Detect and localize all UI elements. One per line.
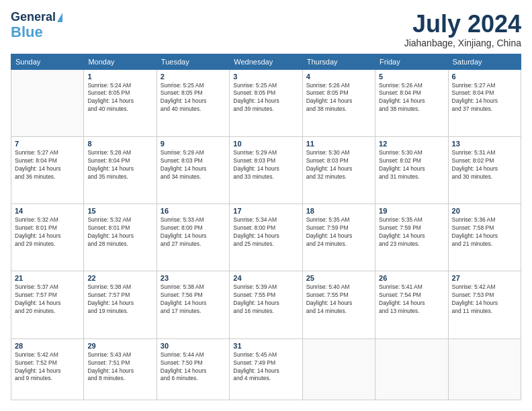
weekday-header-wednesday: Wednesday (230, 54, 302, 69)
week-row-1: 1Sunrise: 5:24 AMSunset: 8:05 PMDaylight… (11, 69, 521, 136)
weekday-header-saturday: Saturday (448, 54, 521, 69)
calendar-cell: 26Sunrise: 5:41 AMSunset: 7:54 PMDayligh… (375, 271, 448, 338)
weekday-header-friday: Friday (375, 54, 448, 69)
day-info: Sunrise: 5:29 AMSunset: 8:03 PMDaylight:… (233, 149, 298, 181)
calendar-page: General Blue July 2024 Jiahanbage, Xinji… (0, 0, 532, 411)
day-info: Sunrise: 5:31 AMSunset: 8:02 PMDaylight:… (452, 149, 517, 181)
day-info: Sunrise: 5:35 AMSunset: 7:59 PMDaylight:… (306, 216, 371, 248)
day-number: 5 (379, 73, 444, 81)
day-info: Sunrise: 5:37 AMSunset: 7:57 PMDaylight:… (15, 283, 80, 316)
day-info: Sunrise: 5:27 AMSunset: 8:04 PMDaylight:… (452, 82, 517, 114)
logo-icon (57, 13, 62, 22)
day-number: 6 (452, 73, 517, 81)
day-info: Sunrise: 5:30 AMSunset: 8:03 PMDaylight:… (306, 149, 371, 181)
day-number: 30 (161, 342, 226, 350)
day-number: 9 (161, 140, 226, 148)
calendar-cell: 28Sunrise: 5:42 AMSunset: 7:52 PMDayligh… (11, 338, 84, 400)
calendar-cell: 9Sunrise: 5:29 AMSunset: 8:03 PMDaylight… (157, 136, 229, 203)
logo-line1: General (11, 11, 62, 24)
calendar-cell: 21Sunrise: 5:37 AMSunset: 7:57 PMDayligh… (11, 271, 84, 338)
calendar-cell: 10Sunrise: 5:29 AMSunset: 8:03 PMDayligh… (230, 136, 302, 203)
calendar-cell: 6Sunrise: 5:27 AMSunset: 8:04 PMDaylight… (448, 69, 521, 136)
day-number: 16 (161, 207, 226, 215)
title-block: July 2024 Jiahanbage, Xinjiang, China (404, 11, 521, 48)
calendar-cell: 22Sunrise: 5:38 AMSunset: 7:57 PMDayligh… (84, 271, 157, 338)
day-info: Sunrise: 5:27 AMSunset: 8:04 PMDaylight:… (15, 149, 80, 181)
day-number: 23 (161, 274, 226, 282)
location: Jiahanbage, Xinjiang, China (404, 38, 521, 48)
day-info: Sunrise: 5:38 AMSunset: 7:57 PMDaylight:… (87, 283, 152, 316)
day-number: 1 (87, 73, 152, 81)
day-info: Sunrise: 5:41 AMSunset: 7:54 PMDaylight:… (379, 283, 444, 316)
weekday-header-sunday: Sunday (11, 54, 84, 69)
day-number: 22 (87, 274, 152, 282)
calendar-cell: 13Sunrise: 5:31 AMSunset: 8:02 PMDayligh… (448, 136, 521, 203)
day-info: Sunrise: 5:44 AMSunset: 7:50 PMDaylight:… (161, 351, 226, 383)
day-number: 24 (233, 274, 298, 282)
day-info: Sunrise: 5:43 AMSunset: 7:51 PMDaylight:… (87, 351, 152, 383)
day-number: 8 (87, 140, 152, 148)
day-number: 27 (452, 274, 517, 282)
calendar-cell (11, 69, 84, 136)
day-number: 31 (233, 342, 298, 350)
day-number: 20 (452, 207, 517, 215)
logo-text-general: General (11, 11, 56, 24)
calendar-cell: 29Sunrise: 5:43 AMSunset: 7:51 PMDayligh… (84, 338, 157, 400)
day-info: Sunrise: 5:32 AMSunset: 8:01 PMDaylight:… (15, 216, 80, 248)
week-row-5: 28Sunrise: 5:42 AMSunset: 7:52 PMDayligh… (11, 338, 521, 400)
day-info: Sunrise: 5:28 AMSunset: 8:04 PMDaylight:… (87, 149, 152, 181)
calendar-cell: 19Sunrise: 5:35 AMSunset: 7:59 PMDayligh… (375, 204, 448, 271)
day-number: 13 (452, 140, 517, 148)
day-info: Sunrise: 5:36 AMSunset: 7:58 PMDaylight:… (452, 216, 517, 248)
logo-text-blue: Blue (11, 24, 43, 40)
day-number: 18 (306, 207, 371, 215)
day-number: 3 (233, 73, 298, 81)
day-number: 14 (15, 207, 80, 215)
day-number: 21 (15, 274, 80, 282)
day-info: Sunrise: 5:40 AMSunset: 7:55 PMDaylight:… (306, 283, 371, 316)
calendar-cell (448, 338, 521, 400)
day-info: Sunrise: 5:42 AMSunset: 7:52 PMDaylight:… (15, 351, 80, 383)
calendar-cell: 18Sunrise: 5:35 AMSunset: 7:59 PMDayligh… (302, 204, 375, 271)
day-info: Sunrise: 5:42 AMSunset: 7:53 PMDaylight:… (452, 283, 517, 316)
calendar-cell: 3Sunrise: 5:25 AMSunset: 8:05 PMDaylight… (230, 69, 302, 136)
day-number: 25 (306, 274, 371, 282)
week-row-2: 7Sunrise: 5:27 AMSunset: 8:04 PMDaylight… (11, 136, 521, 203)
day-number: 10 (233, 140, 298, 148)
weekday-header-tuesday: Tuesday (157, 54, 229, 69)
day-number: 15 (87, 207, 152, 215)
logo-line2: Blue (11, 24, 43, 40)
day-info: Sunrise: 5:26 AMSunset: 8:04 PMDaylight:… (379, 82, 444, 114)
calendar-cell: 24Sunrise: 5:39 AMSunset: 7:55 PMDayligh… (230, 271, 302, 338)
day-info: Sunrise: 5:45 AMSunset: 7:49 PMDaylight:… (233, 351, 298, 383)
calendar-cell: 31Sunrise: 5:45 AMSunset: 7:49 PMDayligh… (230, 338, 302, 400)
calendar-cell: 2Sunrise: 5:25 AMSunset: 8:05 PMDaylight… (157, 69, 229, 136)
calendar-cell (302, 338, 375, 400)
calendar-cell: 16Sunrise: 5:33 AMSunset: 8:00 PMDayligh… (157, 204, 229, 271)
day-number: 7 (15, 140, 80, 148)
day-info: Sunrise: 5:24 AMSunset: 8:05 PMDaylight:… (87, 82, 152, 114)
day-info: Sunrise: 5:38 AMSunset: 7:56 PMDaylight:… (161, 283, 226, 316)
calendar-cell: 8Sunrise: 5:28 AMSunset: 8:04 PMDaylight… (84, 136, 157, 203)
day-info: Sunrise: 5:25 AMSunset: 8:05 PMDaylight:… (233, 82, 298, 114)
calendar-table: SundayMondayTuesdayWednesdayThursdayFrid… (11, 54, 521, 400)
week-row-3: 14Sunrise: 5:32 AMSunset: 8:01 PMDayligh… (11, 204, 521, 271)
day-number: 19 (379, 207, 444, 215)
logo: General Blue (11, 11, 62, 40)
day-number: 26 (379, 274, 444, 282)
calendar-cell: 15Sunrise: 5:32 AMSunset: 8:01 PMDayligh… (84, 204, 157, 271)
calendar-cell: 27Sunrise: 5:42 AMSunset: 7:53 PMDayligh… (448, 271, 521, 338)
calendar-cell: 1Sunrise: 5:24 AMSunset: 8:05 PMDaylight… (84, 69, 157, 136)
calendar-cell: 5Sunrise: 5:26 AMSunset: 8:04 PMDaylight… (375, 69, 448, 136)
weekday-header-monday: Monday (84, 54, 157, 69)
day-info: Sunrise: 5:33 AMSunset: 8:00 PMDaylight:… (161, 216, 226, 248)
calendar-cell: 17Sunrise: 5:34 AMSunset: 8:00 PMDayligh… (230, 204, 302, 271)
day-info: Sunrise: 5:29 AMSunset: 8:03 PMDaylight:… (161, 149, 226, 181)
calendar-cell: 20Sunrise: 5:36 AMSunset: 7:58 PMDayligh… (448, 204, 521, 271)
calendar-cell: 30Sunrise: 5:44 AMSunset: 7:50 PMDayligh… (157, 338, 229, 400)
calendar-cell (375, 338, 448, 400)
day-number: 11 (306, 140, 371, 148)
day-info: Sunrise: 5:35 AMSunset: 7:59 PMDaylight:… (379, 216, 444, 248)
day-number: 28 (15, 342, 80, 350)
calendar-cell: 7Sunrise: 5:27 AMSunset: 8:04 PMDaylight… (11, 136, 84, 203)
